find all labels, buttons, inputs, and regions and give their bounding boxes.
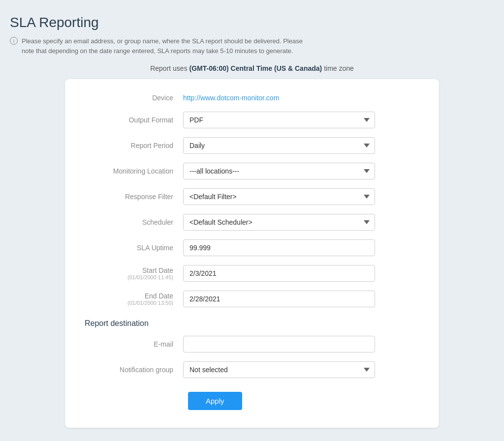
report-period-control: Daily Weekly Monthly Custom <box>183 137 375 154</box>
output-format-label: Output Format <box>85 116 183 124</box>
report-period-label: Report Period <box>85 142 183 149</box>
sla-uptime-row: SLA Uptime <box>85 239 419 256</box>
response-filter-select[interactable]: <Default Filter> <box>183 188 375 205</box>
monitoring-location-control: ---all locations--- <box>183 163 375 179</box>
start-date-label: Start Date <box>142 266 173 274</box>
output-format-select[interactable]: PDF CSV Excel <box>183 112 375 128</box>
scheduler-select[interactable]: <Default Scheduler> <box>183 214 375 231</box>
timezone-bar: Report uses (GMT-06:00) Central Time (US… <box>10 64 494 72</box>
notification-group-row: Notification group Not selected <box>85 361 419 378</box>
notification-group-control: Not selected <box>183 361 375 378</box>
end-date-label: End Date <box>145 292 173 300</box>
output-format-row: Output Format PDF CSV Excel <box>85 112 419 128</box>
apply-button[interactable]: Apply <box>188 392 242 410</box>
info-text: Please specify an email address, or grou… <box>22 36 305 56</box>
sla-uptime-label: SLA Uptime <box>85 244 183 252</box>
device-label: Device <box>85 94 183 102</box>
end-date-row: End Date (01/01/2000 13:50) <box>85 291 419 307</box>
notification-group-select[interactable]: Not selected <box>183 361 375 378</box>
end-date-label-group: End Date (01/01/2000 13:50) <box>85 292 183 306</box>
page-title: SLA Reporting <box>10 15 494 30</box>
info-icon: i <box>10 37 18 45</box>
info-bar: i Please specify an email address, or gr… <box>10 36 305 56</box>
device-link[interactable]: http://www.dotcom-monitor.com <box>183 94 279 102</box>
report-period-row: Report Period Daily Weekly Monthly Custo… <box>85 137 419 154</box>
monitoring-location-row: Monitoring Location ---all locations--- <box>85 163 419 179</box>
timezone-bold: (GMT-06:00) Central Time (US & Canada) <box>189 64 322 72</box>
email-input[interactable] <box>183 336 375 353</box>
email-row: E-mail <box>85 336 419 353</box>
response-filter-control: <Default Filter> <box>183 188 375 205</box>
end-date-sub-label: (01/01/2000 13:50) <box>127 300 173 306</box>
start-date-row: Start Date (01/01/2000 11:45) <box>85 265 419 282</box>
monitoring-location-label: Monitoring Location <box>85 167 183 175</box>
start-date-input[interactable] <box>183 265 375 282</box>
output-format-control: PDF CSV Excel <box>183 112 375 128</box>
scheduler-control: <Default Scheduler> <box>183 214 375 231</box>
timezone-suffix: time zone <box>324 64 354 72</box>
end-date-control <box>183 291 375 307</box>
email-label: E-mail <box>85 340 183 348</box>
response-filter-label: Response Filter <box>85 193 183 201</box>
monitoring-location-select[interactable]: ---all locations--- <box>183 163 375 179</box>
response-filter-row: Response Filter <Default Filter> <box>85 188 419 205</box>
form-card: Device http://www.dotcom-monitor.com Out… <box>65 79 439 428</box>
scheduler-row: Scheduler <Default Scheduler> <box>85 214 419 231</box>
start-date-control <box>183 265 375 282</box>
sla-uptime-input[interactable] <box>183 239 375 256</box>
report-period-select[interactable]: Daily Weekly Monthly Custom <box>183 137 375 154</box>
device-row: Device http://www.dotcom-monitor.com <box>85 94 419 102</box>
report-destination-title: Report destination <box>85 319 419 328</box>
start-date-sub-label: (01/01/2000 11:45) <box>127 274 173 280</box>
apply-row: Apply <box>85 387 419 410</box>
sla-uptime-control <box>183 239 375 256</box>
timezone-prefix: Report uses <box>150 64 187 72</box>
start-date-label-group: Start Date (01/01/2000 11:45) <box>85 266 183 280</box>
end-date-input[interactable] <box>183 291 375 307</box>
scheduler-label: Scheduler <box>85 218 183 226</box>
notification-group-label: Notification group <box>85 366 183 374</box>
email-control <box>183 336 375 353</box>
